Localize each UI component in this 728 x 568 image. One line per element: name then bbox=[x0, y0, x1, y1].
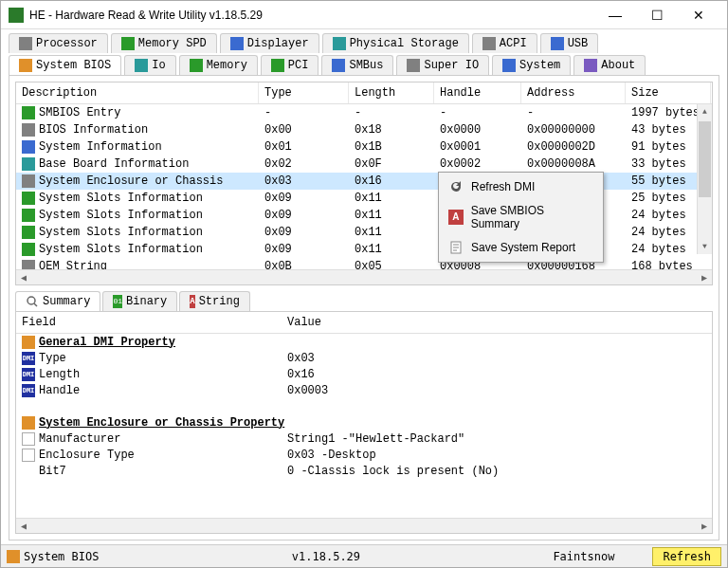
detail-row[interactable]: DMILength0x16 bbox=[16, 366, 712, 382]
sub-tabs: Summary 01Binary AString bbox=[15, 291, 713, 311]
table-row[interactable]: System Slots Information0x090x110x000001… bbox=[16, 241, 712, 258]
detail-pane: Field Value General DMI PropertyDMIType0… bbox=[15, 311, 713, 534]
menu-save-report[interactable]: Save System Report bbox=[441, 235, 601, 260]
tab-io[interactable]: Io bbox=[124, 55, 175, 75]
col-length[interactable]: Length bbox=[349, 82, 434, 103]
bios-icon bbox=[7, 550, 20, 563]
smbios-list: Description Type Length Handle Address S… bbox=[15, 82, 713, 285]
tab-acpi[interactable]: ACPI bbox=[472, 33, 537, 53]
blank-icon bbox=[22, 465, 35, 478]
scroll-up-icon[interactable]: ▲ bbox=[698, 104, 712, 119]
tab-processor[interactable]: Processor bbox=[9, 33, 108, 53]
col-value[interactable]: Value bbox=[282, 312, 712, 333]
detail-row[interactable]: ManufacturerString1 -"Hewlett-Packard" bbox=[16, 431, 712, 447]
tab-smbus[interactable]: SMBus bbox=[321, 55, 393, 75]
col-type[interactable]: Type bbox=[259, 82, 349, 103]
detail-row bbox=[16, 398, 712, 414]
list-header: Description Type Length Handle Address S… bbox=[16, 82, 712, 104]
statusbar: System BIOS v1.18.5.29 Faintsnow Refresh bbox=[1, 544, 727, 567]
row-icon bbox=[22, 260, 35, 269]
table-row[interactable]: BIOS Information0x000x180x00000x00000000… bbox=[16, 121, 712, 138]
folder-icon bbox=[22, 416, 35, 430]
page-icon bbox=[22, 432, 35, 446]
detail-row[interactable]: DMIType0x03 bbox=[16, 350, 712, 366]
scroll-right-icon[interactable]: ▶ bbox=[697, 272, 712, 284]
save-a-icon: A bbox=[448, 210, 464, 225]
menu-save-smbios[interactable]: ASave SMBIOS Summary bbox=[441, 199, 601, 235]
memory2-icon bbox=[190, 59, 203, 72]
status-author: Faintsnow bbox=[553, 550, 614, 563]
scroll-thumb[interactable] bbox=[699, 121, 711, 197]
vertical-scrollbar[interactable]: ▲ ▼ bbox=[697, 104, 712, 254]
table-row[interactable]: Base Board Information0x020x0F0x00020x00… bbox=[16, 156, 712, 173]
drive-icon bbox=[333, 37, 346, 50]
tab-physical-storage[interactable]: Physical Storage bbox=[322, 33, 469, 53]
subtab-summary[interactable]: Summary bbox=[15, 291, 100, 311]
scroll-track[interactable] bbox=[31, 519, 697, 533]
detail-horizontal-scrollbar[interactable]: ◀ ▶ bbox=[16, 518, 712, 533]
superio-icon bbox=[407, 59, 420, 72]
tab-memory-spd[interactable]: Memory SPD bbox=[111, 33, 217, 53]
list-body: SMBIOS Entry----1997 bytesBIOS Informati… bbox=[16, 104, 712, 269]
menu-refresh-dmi[interactable]: Refresh DMI bbox=[441, 174, 601, 199]
scroll-left-icon[interactable]: ◀ bbox=[16, 521, 31, 532]
table-row[interactable]: System Information0x010x1B0x00010x000000… bbox=[16, 138, 712, 156]
tab-super-io[interactable]: Super IO bbox=[396, 55, 489, 75]
table-row[interactable]: OEM String0x0B0x050x00080x00000168168 by… bbox=[16, 258, 712, 269]
maximize-button[interactable]: ☐ bbox=[636, 2, 678, 28]
bios-icon bbox=[19, 59, 32, 72]
row-icon bbox=[22, 243, 35, 256]
tab-system-bios[interactable]: System BIOS bbox=[9, 55, 121, 75]
refresh-button[interactable]: Refresh bbox=[652, 547, 721, 566]
subtab-binary[interactable]: 01Binary bbox=[102, 291, 177, 311]
table-row[interactable]: System Slots Information0x090x1124 bytes bbox=[16, 224, 712, 241]
detail-row[interactable]: DMIHandle0x0003 bbox=[16, 382, 712, 398]
table-row[interactable]: System Slots Information0x090x1124 bytes bbox=[16, 207, 712, 224]
svg-point-4 bbox=[27, 297, 35, 304]
dmi-icon: DMI bbox=[22, 368, 35, 381]
tab-memory[interactable]: Memory bbox=[179, 55, 258, 75]
string-icon: A bbox=[190, 295, 194, 308]
row-icon bbox=[22, 192, 35, 205]
minimize-button[interactable]: — bbox=[594, 2, 636, 28]
tab-area: Processor Memory SPD Displayer Physical … bbox=[1, 29, 727, 75]
folder-icon bbox=[22, 336, 35, 349]
acpi-icon bbox=[482, 37, 496, 50]
close-button[interactable]: ✕ bbox=[678, 2, 719, 28]
tab-pci[interactable]: PCI bbox=[261, 55, 319, 75]
detail-row[interactable]: Bit70 -Classis lock is present (No) bbox=[16, 463, 712, 479]
detail-row[interactable]: General DMI Property bbox=[16, 334, 712, 350]
table-row[interactable]: System Slots Information0x090x1125 bytes bbox=[16, 190, 712, 207]
col-description[interactable]: Description bbox=[16, 82, 259, 103]
scroll-right-icon[interactable]: ▶ bbox=[697, 521, 712, 532]
col-handle[interactable]: Handle bbox=[434, 82, 521, 103]
detail-row[interactable]: Enclosure Type0x03 -Desktop bbox=[16, 447, 712, 463]
col-field[interactable]: Field bbox=[16, 312, 282, 333]
refresh-icon bbox=[448, 179, 464, 194]
scroll-down-icon[interactable]: ▼ bbox=[698, 239, 712, 254]
table-row[interactable]: System Enclosure or Chassis0x030x1655 by… bbox=[16, 173, 712, 190]
col-size[interactable]: Size bbox=[626, 82, 711, 103]
tab-displayer[interactable]: Displayer bbox=[220, 33, 319, 53]
row-icon bbox=[22, 140, 35, 154]
row-icon bbox=[22, 157, 35, 171]
detail-header: Field Value bbox=[16, 312, 712, 334]
tab-row-bottom: System BIOS Io Memory PCI SMBus Super IO… bbox=[9, 55, 719, 75]
horizontal-scrollbar[interactable]: ◀ ▶ bbox=[16, 269, 712, 284]
tab-about[interactable]: About bbox=[573, 55, 646, 75]
main-content: Description Type Length Handle Address S… bbox=[1, 75, 727, 544]
smbus-icon bbox=[332, 59, 345, 72]
status-version: v1.18.5.29 bbox=[292, 550, 360, 563]
detail-row[interactable]: System Enclosure or Chassis Property bbox=[16, 414, 712, 431]
table-row[interactable]: SMBIOS Entry----1997 bytes bbox=[16, 104, 712, 121]
page-icon bbox=[22, 449, 35, 462]
subtab-string[interactable]: AString bbox=[179, 291, 250, 311]
col-address[interactable]: Address bbox=[521, 82, 626, 103]
context-menu: Refresh DMI ASave SMBIOS Summary Save Sy… bbox=[438, 172, 604, 263]
tab-usb[interactable]: USB bbox=[540, 33, 599, 53]
row-icon bbox=[22, 209, 35, 222]
row-icon bbox=[22, 174, 35, 188]
scroll-left-icon[interactable]: ◀ bbox=[16, 272, 31, 284]
scroll-track[interactable] bbox=[31, 270, 697, 284]
tab-system[interactable]: System bbox=[492, 55, 571, 75]
